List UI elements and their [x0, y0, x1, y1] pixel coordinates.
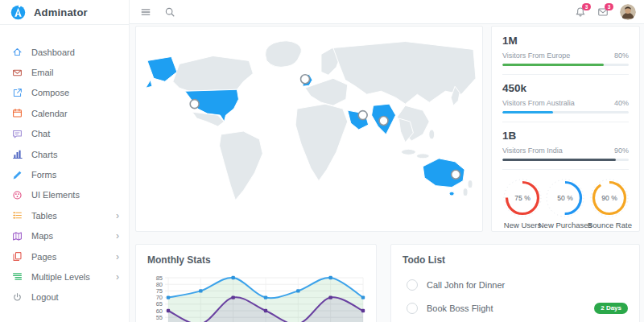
sidebar-item-label: Chat [31, 129, 119, 138]
monthly-stats-card: Monthly Stats 8580757065605550 [135, 244, 377, 322]
sidebar-menu: DashboardEmailComposeCalendarChatChartsF… [0, 42, 129, 308]
gauge-new-users: 75 % New Users [502, 178, 543, 229]
sidebar-item-pages[interactable]: Pages› [0, 246, 129, 266]
messages-count-badge: 3 [605, 3, 613, 10]
search-icon[interactable] [164, 6, 175, 18]
gauge-ring: 50 % [545, 178, 585, 218]
series-purple-point[interactable] [231, 295, 234, 299]
sidebar-item-logout[interactable]: Logout [0, 287, 129, 308]
gauge-new-purchases: 50 % New Purchases [543, 178, 588, 229]
island-philippines [429, 130, 435, 139]
marker-usa[interactable] [190, 100, 199, 109]
sidebar-item-tables[interactable]: Tables› [0, 205, 129, 225]
gauge-bounce-rate: 90 % Bounce Rate [588, 178, 632, 229]
sidebar-item-label: Maps [31, 231, 116, 241]
todo-list-card: Todo List Call John for Dinner Book Boss… [390, 244, 640, 322]
series-purple-point[interactable] [361, 309, 365, 312]
stat-percent: 90% [614, 147, 629, 155]
topbar: 3 3 [129, 0, 644, 24]
sidebar: Adminator DashboardEmailComposeCalendarC… [0, 0, 130, 322]
compose-icon [12, 88, 23, 98]
todo-due-badge: 2 Days [594, 303, 628, 314]
sidebar-item-maps[interactable]: Maps› [0, 226, 129, 246]
sidebar-item-label: Logout [31, 292, 119, 302]
ui-elements-icon [12, 190, 23, 200]
sidebar-item-forms[interactable]: Forms [0, 164, 129, 184]
marker-india[interactable] [379, 117, 388, 126]
stat-label: Visitors From India [502, 147, 563, 155]
series-blue-point[interactable] [231, 276, 234, 279]
stat-value: 1M [502, 35, 629, 47]
todo-label: Call John for Dinner [427, 280, 628, 290]
sidebar-item-dashboard[interactable]: Dashboard [0, 42, 129, 62]
multiple-levels-icon [12, 271, 23, 282]
chevron-right-icon: › [116, 272, 119, 282]
country-alaska [146, 56, 177, 88]
stat-value: 1B [502, 130, 629, 142]
pages-icon [12, 251, 23, 262]
sidebar-item-ui-elements[interactable]: UI Elements [0, 185, 129, 205]
marker-uk[interactable] [301, 75, 310, 84]
series-purple-point[interactable] [328, 295, 332, 299]
hamburger-menu-icon[interactable] [140, 6, 151, 18]
series-blue-point[interactable] [199, 289, 202, 292]
todo-list-title: Todo List [402, 254, 628, 266]
progress-bar [502, 111, 629, 114]
series-purple-point[interactable] [167, 309, 170, 312]
sidebar-item-label: Dashboard [31, 47, 119, 57]
series-blue-point[interactable] [296, 289, 299, 292]
sidebar-item-label: Multiple Levels [31, 272, 116, 282]
world-map-card [135, 26, 483, 232]
sidebar-item-multiple-levels[interactable]: Multiple Levels› [0, 266, 129, 287]
sidebar-item-label: Email [31, 68, 119, 77]
sidebar-item-label: Forms [31, 170, 119, 180]
visitor-stat: 450k Visitors From Australia 40% [502, 82, 629, 122]
sidebar-item-charts[interactable]: Charts [0, 144, 129, 164]
calendar-icon [12, 108, 23, 118]
sidebar-item-calendar[interactable]: Calendar [0, 103, 129, 123]
progress-bar [502, 159, 629, 161]
stat-value: 450k [502, 82, 629, 94]
series-purple-point[interactable] [264, 309, 267, 312]
country-greenland [266, 41, 302, 68]
chevron-right-icon: › [116, 252, 119, 262]
brand-header[interactable]: Adminator [0, 0, 129, 25]
sidebar-item-label: Charts [31, 150, 119, 159]
email-icon [12, 68, 23, 78]
stat-percent: 40% [614, 99, 629, 107]
messages-envelope-icon[interactable]: 3 [597, 6, 609, 18]
country-africa [295, 104, 348, 181]
sidebar-item-email[interactable]: Email [0, 62, 129, 82]
todo-checkbox[interactable] [407, 303, 418, 314]
stat-label: Visitors From Australia [502, 99, 575, 107]
tables-icon [12, 210, 23, 221]
notifications-bell-icon[interactable]: 3 [575, 6, 586, 18]
series-blue-point[interactable] [361, 295, 365, 299]
sidebar-item-chat[interactable]: Chat [0, 124, 129, 144]
visitor-stats-card: 1M Visitors From Europe 80% 450k Visitor… [491, 26, 640, 232]
todo-label: Book Boss Flight [427, 303, 594, 313]
todo-item[interactable]: Book Boss Flight2 Days [402, 296, 628, 320]
marker-gulf[interactable] [358, 111, 367, 120]
visitor-stat: 1M Visitors From Europe 80% [502, 35, 629, 75]
main-content: 1M Visitors From Europe 80% 450k Visitor… [129, 25, 644, 322]
stat-label: Visitors From Europe [502, 52, 570, 60]
series-blue-point[interactable] [264, 295, 267, 299]
series-blue-point[interactable] [167, 295, 170, 299]
todo-item[interactable]: Call John for Dinner [402, 273, 628, 296]
marker-australia[interactable] [452, 170, 460, 179]
island-nz-north [468, 180, 473, 188]
gauge-label: Bounce Rate [588, 221, 632, 229]
series-blue-point[interactable] [328, 276, 332, 279]
country-europe [305, 78, 348, 105]
stat-percent: 80% [614, 52, 629, 60]
gauge-ring: 90 % [589, 178, 630, 218]
adminator-logo-icon [10, 5, 26, 20]
user-avatar[interactable] [620, 4, 636, 20]
charts-icon [12, 149, 23, 159]
world-map[interactable] [141, 31, 477, 225]
island-indonesia [401, 149, 415, 155]
sidebar-item-compose[interactable]: Compose [0, 83, 129, 103]
todo-checkbox[interactable] [407, 279, 418, 291]
island-indonesia-2 [416, 154, 429, 159]
